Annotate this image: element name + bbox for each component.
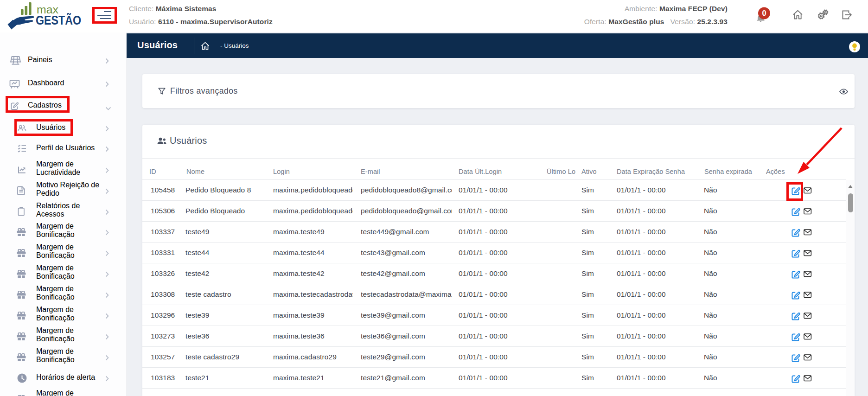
svg-text:0: 0 [762, 9, 766, 17]
svg-text:GESTÃO: GESTÃO [36, 13, 81, 27]
